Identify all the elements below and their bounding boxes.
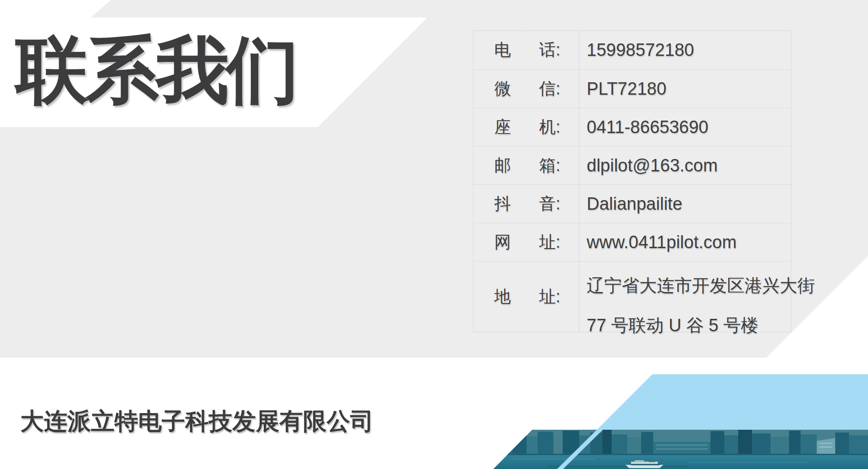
wechat-value: PLT72180 [579,70,791,108]
address-line-1: 辽宁省大连市开发区港兴大街 [587,266,815,305]
address-label: 地 址: [473,262,579,332]
skyline-graphic [493,430,868,469]
table-row-website: 网 址: www.0411pilot.com [473,223,791,261]
city-skyline-photo [493,430,868,469]
label-char: 信: [539,78,560,100]
label-char: 网 [494,231,511,254]
address-value: 辽宁省大连市开发区港兴大街 77 号联动 U 谷 5 号楼 [579,262,815,332]
label-char: 地 [494,286,511,308]
label-char: 箱: [539,154,560,177]
label-char: 话: [539,39,560,61]
label-char: 座 [494,116,511,139]
contact-slide: 联系我们 电 话: 15998572180 微 信: PLT72180 座 机:… [0,0,868,469]
table-row-douyin: 抖 音: Dalianpailite [473,184,791,223]
label-char: 址: [539,231,560,254]
table-row-wechat: 微 信: PLT72180 [473,69,791,108]
label-char: 址: [539,286,560,308]
contact-table: 电 话: 15998572180 微 信: PLT72180 座 机: 0411… [473,30,791,332]
douyin-label: 抖 音: [473,185,579,223]
table-row-landline: 座 机: 0411-86653690 [473,108,791,146]
email-value: dlpilot@163.com [579,146,791,184]
address-line-2: 77 号联动 U 谷 5 号楼 [587,305,815,345]
email-label: 邮 箱: [473,146,579,184]
landline-label: 座 机: [473,108,579,146]
company-name: 大连派立特电子科技发展有限公司 [20,408,374,434]
phone-value: 15998572180 [579,31,791,69]
label-char: 微 [494,78,511,100]
label-char: 机: [539,116,560,139]
page-title: 联系我们 [16,33,297,106]
website-label: 网 址: [473,223,579,261]
douyin-value: Dalianpailite [579,185,791,223]
phone-label: 电 话: [473,31,579,69]
label-char: 邮 [494,154,511,177]
landline-value: 0411-86653690 [579,108,791,146]
wechat-label: 微 信: [473,70,579,108]
website-value: www.0411pilot.com [579,223,791,261]
label-char: 抖 [494,193,511,215]
table-row-phone: 电 话: 15998572180 [473,31,791,69]
label-char: 音: [539,193,560,215]
table-row-email: 邮 箱: dlpilot@163.com [473,146,791,184]
table-row-address: 地 址: 辽宁省大连市开发区港兴大街 77 号联动 U 谷 5 号楼 [473,261,791,332]
label-char: 电 [494,39,511,61]
